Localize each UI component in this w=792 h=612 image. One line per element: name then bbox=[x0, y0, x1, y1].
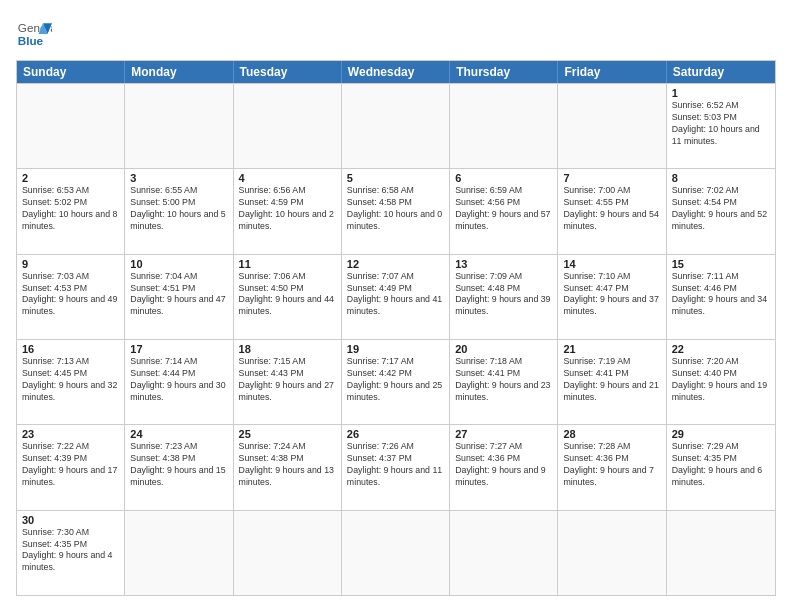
calendar-cell: 3Sunrise: 6:55 AM Sunset: 5:00 PM Daylig… bbox=[125, 169, 233, 253]
day-info: Sunrise: 7:03 AM Sunset: 4:53 PM Dayligh… bbox=[22, 271, 119, 319]
day-number: 1 bbox=[672, 87, 770, 99]
calendar-cell: 9Sunrise: 7:03 AM Sunset: 4:53 PM Daylig… bbox=[17, 255, 125, 339]
calendar-cell: 28Sunrise: 7:28 AM Sunset: 4:36 PM Dayli… bbox=[558, 425, 666, 509]
day-info: Sunrise: 7:11 AM Sunset: 4:46 PM Dayligh… bbox=[672, 271, 770, 319]
calendar-cell: 16Sunrise: 7:13 AM Sunset: 4:45 PM Dayli… bbox=[17, 340, 125, 424]
day-info: Sunrise: 7:10 AM Sunset: 4:47 PM Dayligh… bbox=[563, 271, 660, 319]
day-info: Sunrise: 6:58 AM Sunset: 4:58 PM Dayligh… bbox=[347, 185, 444, 233]
day-info: Sunrise: 7:09 AM Sunset: 4:48 PM Dayligh… bbox=[455, 271, 552, 319]
day-info: Sunrise: 7:30 AM Sunset: 4:35 PM Dayligh… bbox=[22, 527, 119, 575]
weekday-header-monday: Monday bbox=[125, 61, 233, 83]
weekday-header-thursday: Thursday bbox=[450, 61, 558, 83]
calendar-cell: 26Sunrise: 7:26 AM Sunset: 4:37 PM Dayli… bbox=[342, 425, 450, 509]
calendar-cell: 22Sunrise: 7:20 AM Sunset: 4:40 PM Dayli… bbox=[667, 340, 775, 424]
calendar-body: 1Sunrise: 6:52 AM Sunset: 5:03 PM Daylig… bbox=[17, 83, 775, 595]
day-info: Sunrise: 6:53 AM Sunset: 5:02 PM Dayligh… bbox=[22, 185, 119, 233]
day-info: Sunrise: 6:52 AM Sunset: 5:03 PM Dayligh… bbox=[672, 100, 770, 148]
calendar-cell: 24Sunrise: 7:23 AM Sunset: 4:38 PM Dayli… bbox=[125, 425, 233, 509]
day-number: 8 bbox=[672, 172, 770, 184]
day-number: 28 bbox=[563, 428, 660, 440]
calendar-cell: 5Sunrise: 6:58 AM Sunset: 4:58 PM Daylig… bbox=[342, 169, 450, 253]
day-info: Sunrise: 7:07 AM Sunset: 4:49 PM Dayligh… bbox=[347, 271, 444, 319]
day-number: 30 bbox=[22, 514, 119, 526]
calendar-cell: 11Sunrise: 7:06 AM Sunset: 4:50 PM Dayli… bbox=[234, 255, 342, 339]
day-info: Sunrise: 7:06 AM Sunset: 4:50 PM Dayligh… bbox=[239, 271, 336, 319]
day-info: Sunrise: 7:04 AM Sunset: 4:51 PM Dayligh… bbox=[130, 271, 227, 319]
calendar-cell: 30Sunrise: 7:30 AM Sunset: 4:35 PM Dayli… bbox=[17, 511, 125, 595]
weekday-header-wednesday: Wednesday bbox=[342, 61, 450, 83]
day-number: 14 bbox=[563, 258, 660, 270]
day-info: Sunrise: 6:59 AM Sunset: 4:56 PM Dayligh… bbox=[455, 185, 552, 233]
calendar-cell: 13Sunrise: 7:09 AM Sunset: 4:48 PM Dayli… bbox=[450, 255, 558, 339]
day-number: 16 bbox=[22, 343, 119, 355]
calendar-cell: 10Sunrise: 7:04 AM Sunset: 4:51 PM Dayli… bbox=[125, 255, 233, 339]
calendar-cell: 17Sunrise: 7:14 AM Sunset: 4:44 PM Dayli… bbox=[125, 340, 233, 424]
day-info: Sunrise: 7:15 AM Sunset: 4:43 PM Dayligh… bbox=[239, 356, 336, 404]
day-info: Sunrise: 7:19 AM Sunset: 4:41 PM Dayligh… bbox=[563, 356, 660, 404]
day-number: 24 bbox=[130, 428, 227, 440]
calendar-cell: 23Sunrise: 7:22 AM Sunset: 4:39 PM Dayli… bbox=[17, 425, 125, 509]
day-number: 13 bbox=[455, 258, 552, 270]
day-info: Sunrise: 7:02 AM Sunset: 4:54 PM Dayligh… bbox=[672, 185, 770, 233]
calendar-cell: 25Sunrise: 7:24 AM Sunset: 4:38 PM Dayli… bbox=[234, 425, 342, 509]
weekday-header-tuesday: Tuesday bbox=[234, 61, 342, 83]
day-number: 12 bbox=[347, 258, 444, 270]
calendar-cell: 29Sunrise: 7:29 AM Sunset: 4:35 PM Dayli… bbox=[667, 425, 775, 509]
day-number: 9 bbox=[22, 258, 119, 270]
day-info: Sunrise: 6:55 AM Sunset: 5:00 PM Dayligh… bbox=[130, 185, 227, 233]
day-info: Sunrise: 7:20 AM Sunset: 4:40 PM Dayligh… bbox=[672, 356, 770, 404]
day-number: 25 bbox=[239, 428, 336, 440]
calendar-cell: 27Sunrise: 7:27 AM Sunset: 4:36 PM Dayli… bbox=[450, 425, 558, 509]
calendar-cell: 14Sunrise: 7:10 AM Sunset: 4:47 PM Dayli… bbox=[558, 255, 666, 339]
calendar-row-4: 23Sunrise: 7:22 AM Sunset: 4:39 PM Dayli… bbox=[17, 424, 775, 509]
day-info: Sunrise: 7:23 AM Sunset: 4:38 PM Dayligh… bbox=[130, 441, 227, 489]
day-number: 7 bbox=[563, 172, 660, 184]
logo: General Blue bbox=[16, 16, 52, 52]
calendar-cell: 7Sunrise: 7:00 AM Sunset: 4:55 PM Daylig… bbox=[558, 169, 666, 253]
day-number: 6 bbox=[455, 172, 552, 184]
day-number: 27 bbox=[455, 428, 552, 440]
calendar-cell bbox=[342, 84, 450, 168]
calendar-header: SundayMondayTuesdayWednesdayThursdayFrid… bbox=[17, 61, 775, 83]
day-info: Sunrise: 7:13 AM Sunset: 4:45 PM Dayligh… bbox=[22, 356, 119, 404]
weekday-header-sunday: Sunday bbox=[17, 61, 125, 83]
day-info: Sunrise: 7:29 AM Sunset: 4:35 PM Dayligh… bbox=[672, 441, 770, 489]
calendar-cell bbox=[450, 511, 558, 595]
day-info: Sunrise: 7:27 AM Sunset: 4:36 PM Dayligh… bbox=[455, 441, 552, 489]
calendar-cell: 6Sunrise: 6:59 AM Sunset: 4:56 PM Daylig… bbox=[450, 169, 558, 253]
day-info: Sunrise: 7:00 AM Sunset: 4:55 PM Dayligh… bbox=[563, 185, 660, 233]
day-number: 21 bbox=[563, 343, 660, 355]
day-info: Sunrise: 7:28 AM Sunset: 4:36 PM Dayligh… bbox=[563, 441, 660, 489]
day-number: 19 bbox=[347, 343, 444, 355]
weekday-header-saturday: Saturday bbox=[667, 61, 775, 83]
calendar-cell bbox=[125, 511, 233, 595]
page: General Blue SundayMondayTuesdayWednesda… bbox=[0, 0, 792, 612]
day-number: 15 bbox=[672, 258, 770, 270]
calendar-row-2: 9Sunrise: 7:03 AM Sunset: 4:53 PM Daylig… bbox=[17, 254, 775, 339]
calendar-cell: 4Sunrise: 6:56 AM Sunset: 4:59 PM Daylig… bbox=[234, 169, 342, 253]
day-info: Sunrise: 7:24 AM Sunset: 4:38 PM Dayligh… bbox=[239, 441, 336, 489]
day-info: Sunrise: 7:22 AM Sunset: 4:39 PM Dayligh… bbox=[22, 441, 119, 489]
day-number: 5 bbox=[347, 172, 444, 184]
day-number: 3 bbox=[130, 172, 227, 184]
day-number: 2 bbox=[22, 172, 119, 184]
calendar-cell: 18Sunrise: 7:15 AM Sunset: 4:43 PM Dayli… bbox=[234, 340, 342, 424]
calendar-row-0: 1Sunrise: 6:52 AM Sunset: 5:03 PM Daylig… bbox=[17, 83, 775, 168]
calendar-cell: 8Sunrise: 7:02 AM Sunset: 4:54 PM Daylig… bbox=[667, 169, 775, 253]
calendar-cell bbox=[558, 511, 666, 595]
calendar-cell bbox=[450, 84, 558, 168]
calendar-cell: 15Sunrise: 7:11 AM Sunset: 4:46 PM Dayli… bbox=[667, 255, 775, 339]
svg-text:Blue: Blue bbox=[18, 34, 44, 47]
calendar-cell bbox=[125, 84, 233, 168]
weekday-header-friday: Friday bbox=[558, 61, 666, 83]
day-number: 22 bbox=[672, 343, 770, 355]
calendar-cell bbox=[234, 511, 342, 595]
header: General Blue bbox=[16, 16, 776, 52]
calendar-cell bbox=[558, 84, 666, 168]
calendar-cell bbox=[17, 84, 125, 168]
day-number: 23 bbox=[22, 428, 119, 440]
day-number: 17 bbox=[130, 343, 227, 355]
day-number: 26 bbox=[347, 428, 444, 440]
day-info: Sunrise: 7:26 AM Sunset: 4:37 PM Dayligh… bbox=[347, 441, 444, 489]
day-number: 11 bbox=[239, 258, 336, 270]
